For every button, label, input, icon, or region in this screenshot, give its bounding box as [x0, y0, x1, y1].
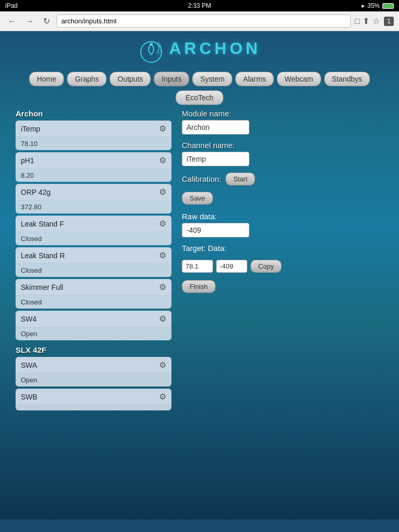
module-name-label: Module name: — [182, 109, 383, 118]
target-label: Target: Data: — [182, 244, 227, 252]
sensor-value-itemp: 78.10 — [16, 137, 171, 150]
sensor-name-ph1: pH1 — [21, 156, 34, 165]
gear-icon-orp[interactable]: ⚙ — [159, 187, 166, 197]
share-icon[interactable]: □ — [355, 17, 360, 26]
nav-ecotech[interactable]: EcoTech — [176, 90, 223, 105]
browser-bar: ← → ↻ □ ⬆ ☆ 1 — [0, 11, 399, 31]
sensor-card-itemp: iTemp ⚙ 78.10 — [16, 121, 171, 150]
nav-system[interactable]: System — [192, 72, 232, 86]
right-panel: Module name: Channel name: Calibration: … — [182, 109, 383, 413]
main-content: Archon iTemp ⚙ 78.10 pH1 ⚙ 8.20 — [0, 109, 399, 413]
left-panel: Archon iTemp ⚙ 78.10 pH1 ⚙ 8.20 — [16, 109, 171, 413]
sensor-value-skimmer: Closed — [16, 296, 171, 309]
sensor-card-sw4: SW4 ⚙ Open — [16, 311, 171, 340]
channel-name-label: Channel name: — [182, 141, 383, 150]
gear-icon-swb[interactable]: ⚙ — [159, 392, 166, 402]
time: 2:33 PM — [188, 2, 211, 9]
gear-icon-itemp[interactable]: ⚙ — [159, 124, 166, 134]
sensor-value-swa: Open — [16, 374, 171, 387]
back-button[interactable]: ← — [5, 16, 19, 27]
module-name-input[interactable] — [182, 120, 249, 135]
bluetooth-icon: ▸ — [362, 2, 365, 9]
nav-graphs[interactable]: Graphs — [67, 72, 107, 86]
finish-button[interactable]: Finish — [182, 280, 216, 293]
battery-text: 35% — [367, 2, 380, 9]
svg-point-1 — [150, 43, 153, 46]
logo-area: ARCHON — [0, 31, 399, 68]
sensor-name-leak-r: Leak Stand R — [21, 251, 65, 260]
gear-icon-ph1[interactable]: ⚙ — [159, 155, 166, 165]
gear-icon-leak-r[interactable]: ⚙ — [159, 250, 166, 260]
nav-alarms[interactable]: Alarms — [235, 72, 274, 86]
nav-home[interactable]: Home — [29, 72, 64, 86]
raw-data-label: Raw data: — [182, 212, 383, 221]
sensor-value-swb — [16, 405, 171, 410]
sensor-name-itemp: iTemp — [21, 125, 40, 133]
sensor-name-leak-f: Leak Stand F — [21, 220, 64, 228]
upload-icon[interactable]: ⬆ — [363, 16, 369, 26]
sensor-name-swb: SWB — [21, 393, 37, 401]
battery-icon — [382, 3, 394, 9]
calibration-row: Calibration: Start — [182, 172, 383, 185]
sensor-name-orp: ORP 42g — [21, 188, 50, 196]
sensor-name-swa: SWA — [21, 361, 37, 369]
refresh-button[interactable]: ↻ — [41, 15, 52, 27]
sensor-card-leak-f: Leak Stand F ⚙ Closed — [16, 216, 171, 245]
tab-count[interactable]: 1 — [384, 17, 394, 26]
bookmark-icon[interactable]: ☆ — [373, 16, 380, 26]
sensor-name-sw4: SW4 — [21, 315, 36, 323]
sensor-value-ph1: 8.20 — [16, 169, 171, 182]
nav-webcam[interactable]: Webcam — [277, 72, 321, 86]
target-values-row: Copy — [182, 260, 383, 273]
nav-inputs[interactable]: Inputs — [154, 72, 189, 86]
forward-button[interactable]: → — [23, 16, 36, 27]
target-data-row: Target: Data: — [182, 244, 383, 252]
gear-icon-sw4[interactable]: ⚙ — [159, 314, 166, 324]
section-archon-label: Archon — [16, 109, 171, 118]
status-bar: iPad 2:33 PM ▸ 35% — [0, 0, 399, 11]
raw-data-input[interactable] — [182, 223, 249, 237]
sensor-card-leak-r: Leak Stand R ⚙ Closed — [16, 247, 171, 277]
sensor-card-orp: ORP 42g ⚙ 372.80 — [16, 184, 171, 214]
url-bar[interactable] — [57, 15, 351, 28]
nav-bar: Home Graphs Outputs Inputs System Alarms… — [0, 68, 399, 90]
carrier: iPad — [5, 2, 18, 9]
sensor-card-skimmer: Skimmer Full ⚙ Closed — [16, 279, 171, 309]
nav-standbys[interactable]: Standbys — [324, 72, 370, 86]
target-value-input[interactable] — [182, 260, 213, 273]
sensor-value-orp: 372.80 — [16, 201, 171, 214]
sensor-card-swa: SWA ⚙ Open — [16, 357, 171, 387]
calibration-label: Calibration: — [182, 175, 221, 183]
copy-button[interactable]: Copy — [250, 260, 282, 273]
channel-name-input[interactable] — [182, 152, 249, 166]
gear-icon-skimmer[interactable]: ⚙ — [159, 282, 166, 292]
save-button[interactable]: Save — [182, 192, 213, 205]
nav-outputs[interactable]: Outputs — [110, 72, 151, 86]
gear-icon-swa[interactable]: ⚙ — [159, 360, 166, 370]
gear-icon-leak-f[interactable]: ⚙ — [159, 219, 166, 229]
sensor-value-leak-f: Closed — [16, 232, 171, 245]
start-button[interactable]: Start — [225, 172, 255, 185]
sensor-value-leak-r: Closed — [16, 264, 171, 277]
section-slx-label: SLX 42F — [16, 345, 171, 354]
sensor-card-ph1: pH1 ⚙ 8.20 — [16, 152, 171, 182]
logo-text: ARCHON — [169, 39, 261, 58]
data-value-input[interactable] — [216, 260, 247, 273]
sensor-name-skimmer: Skimmer Full — [21, 283, 63, 291]
logo-icon — [138, 39, 164, 65]
sensor-value-sw4: Open — [16, 327, 171, 340]
sensor-card-swb: SWB ⚙ — [16, 389, 171, 410]
